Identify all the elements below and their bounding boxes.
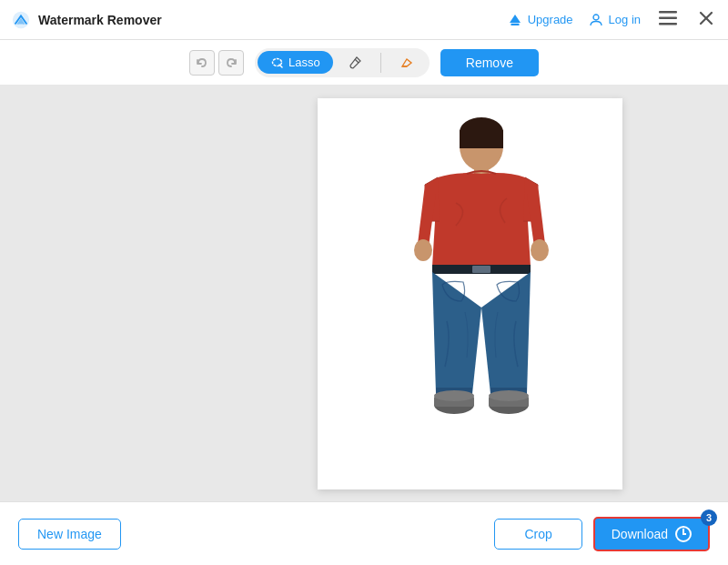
undo-icon — [196, 56, 208, 69]
svg-line-10 — [355, 59, 359, 63]
nav-buttons — [189, 50, 244, 76]
lasso-tool-button[interactable]: Lasso — [258, 51, 333, 74]
close-icon — [699, 11, 713, 25]
download-wrapper: 3 Download — [593, 517, 710, 551]
svg-rect-1 — [511, 23, 519, 25]
brush-tool-button[interactable] — [335, 51, 375, 75]
svg-line-9 — [279, 65, 282, 67]
app-logo-icon — [11, 10, 31, 30]
download-button[interactable]: Download — [593, 517, 710, 551]
svg-point-18 — [531, 239, 549, 261]
redo-button[interactable] — [218, 50, 244, 76]
svg-rect-4 — [659, 17, 677, 20]
toolbar: Lasso Remove — [0, 40, 728, 86]
image-container — [211, 86, 728, 501]
crop-button[interactable]: Crop — [494, 519, 581, 550]
footer-left: New Image — [18, 519, 121, 550]
hamburger-icon — [659, 11, 677, 25]
left-panel — [0, 86, 211, 501]
svg-point-2 — [593, 15, 599, 20]
footer: New Image Crop 3 Download — [0, 501, 728, 565]
svg-point-17 — [414, 239, 432, 261]
eraser-tool-button[interactable] — [387, 51, 427, 75]
menu-button[interactable] — [655, 7, 681, 32]
upgrade-icon — [507, 12, 523, 28]
title-bar: Watermark Remover Upgrade Log in — [0, 0, 728, 40]
image-canvas[interactable] — [318, 98, 622, 489]
eraser-icon — [399, 55, 414, 70]
clock-icon — [675, 526, 692, 542]
login-button[interactable]: Log in — [588, 12, 641, 28]
svg-rect-20 — [472, 266, 490, 273]
remove-button[interactable]: Remove — [440, 49, 539, 76]
svg-rect-15 — [460, 130, 503, 148]
close-button[interactable] — [695, 7, 717, 32]
footer-right: Crop 3 Download — [494, 517, 710, 551]
download-badge: 3 — [701, 510, 717, 526]
undo-button[interactable] — [189, 50, 215, 76]
svg-rect-3 — [659, 11, 677, 14]
redo-icon — [225, 56, 238, 69]
user-icon — [588, 12, 604, 28]
title-bar-left: Watermark Remover — [11, 10, 162, 30]
tool-separator — [380, 53, 381, 73]
svg-rect-5 — [659, 23, 677, 25]
brush-icon — [348, 55, 362, 70]
person-figure — [338, 103, 602, 485]
new-image-button[interactable]: New Image — [18, 519, 121, 550]
title-bar-right: Upgrade Log in — [507, 7, 717, 32]
app-title: Watermark Remover — [38, 13, 162, 27]
lasso-icon — [270, 55, 284, 69]
svg-point-28 — [489, 390, 529, 401]
tool-group: Lasso — [255, 48, 430, 77]
canvas-area — [0, 86, 728, 501]
upgrade-button[interactable]: Upgrade — [507, 12, 573, 28]
svg-point-25 — [434, 390, 474, 401]
